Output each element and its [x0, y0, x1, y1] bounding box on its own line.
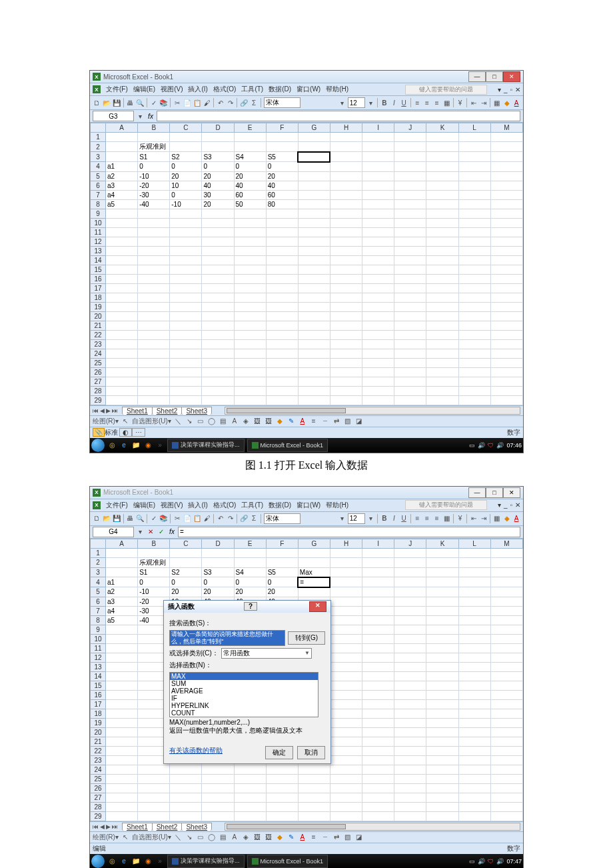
cell-M2[interactable] [490, 142, 522, 152]
cell-L15[interactable] [458, 265, 490, 274]
cell-K3[interactable] [426, 567, 458, 577]
quicklaunch-icon-1[interactable]: ◎ [107, 441, 117, 450]
picture-icon[interactable]: 🖼 [264, 833, 273, 842]
cell-A22[interactable] [106, 746, 138, 755]
cell-E3[interactable]: S4 [234, 152, 266, 162]
print-icon[interactable]: 🖶 [126, 98, 134, 107]
cell-H27[interactable] [330, 377, 362, 386]
cell-K21[interactable] [426, 737, 458, 746]
cell-G24[interactable] [298, 349, 330, 358]
cell-B2[interactable]: 乐观准则 [138, 142, 170, 152]
size-dropdown-icon[interactable]: ▾ [367, 98, 375, 107]
col-header-I[interactable]: I [362, 539, 394, 548]
cell-K29[interactable] [426, 811, 458, 821]
cell-K11[interactable] [426, 643, 458, 653]
row-header-25[interactable]: 25 [91, 358, 106, 367]
cell-B7[interactable]: -30 [138, 190, 170, 199]
cut-icon[interactable]: ✂ [173, 514, 181, 523]
cell-I6[interactable] [362, 597, 394, 606]
cell-E15[interactable] [234, 265, 266, 274]
cell-M4[interactable] [490, 162, 522, 172]
cell-G12[interactable] [298, 237, 330, 246]
cell-B4[interactable]: 0 [138, 577, 170, 587]
cell-G9[interactable] [298, 209, 330, 218]
quicklaunch-icon-1[interactable]: ◎ [107, 857, 117, 866]
row-header-10[interactable]: 10 [91, 634, 106, 643]
cell-J25[interactable] [394, 358, 426, 367]
tab-prev-icon[interactable]: ◀ [100, 823, 105, 830]
doc-restore-icon[interactable]: ▫ [510, 86, 512, 93]
cell-D11[interactable] [202, 227, 234, 237]
cell-G27[interactable] [298, 793, 330, 802]
font-color-draw-icon[interactable]: A [298, 833, 307, 842]
cell-K18[interactable] [426, 709, 458, 718]
cell-B20[interactable] [138, 311, 170, 321]
cell-J2[interactable] [394, 557, 426, 567]
cell-J16[interactable] [394, 274, 426, 283]
cell-I21[interactable] [362, 737, 394, 746]
cancel-formula-icon[interactable]: ✕ [146, 527, 155, 537]
cell-A3[interactable] [106, 567, 138, 577]
cell-E24[interactable] [234, 349, 266, 358]
research-icon[interactable]: 📚 [159, 514, 167, 523]
cell-H3[interactable] [330, 152, 362, 162]
cell-C5[interactable]: 20 [170, 171, 202, 181]
increase-indent-icon[interactable]: ⇥ [480, 98, 488, 107]
cell-H14[interactable] [330, 255, 362, 265]
underline-icon[interactable]: U [400, 98, 408, 107]
col-header-B[interactable]: B [138, 539, 170, 548]
cell-G23[interactable] [298, 339, 330, 349]
cell-M17[interactable] [490, 699, 522, 709]
cell-K21[interactable] [426, 321, 458, 330]
cell-B25[interactable] [138, 774, 170, 783]
cell-A17[interactable] [106, 283, 138, 293]
cell-K2[interactable] [426, 557, 458, 567]
cell-D5[interactable]: 20 [202, 171, 234, 181]
underline-icon[interactable]: U [400, 514, 408, 523]
cell-H19[interactable] [330, 302, 362, 311]
cell-C3[interactable]: S2 [170, 567, 202, 577]
cell-K29[interactable] [426, 395, 458, 405]
cell-G10[interactable] [298, 218, 330, 227]
tab-last-icon[interactable]: ⏭ [112, 823, 118, 830]
cell-A20[interactable] [106, 311, 138, 321]
cell-M18[interactable] [490, 293, 522, 302]
function-option-sin[interactable]: SIN [170, 717, 318, 717]
clock[interactable]: 07:47 [506, 858, 522, 865]
currency-icon[interactable]: ¥ [456, 98, 464, 107]
cell-J25[interactable] [394, 774, 426, 783]
cell-M28[interactable] [490, 386, 522, 395]
new-icon[interactable]: 🗋 [93, 98, 101, 107]
cell-G25[interactable] [298, 358, 330, 367]
cell-C23[interactable] [170, 339, 202, 349]
cell-M14[interactable] [490, 671, 522, 681]
cell-C6[interactable]: 10 [170, 181, 202, 190]
cell-E29[interactable] [234, 395, 266, 405]
tab-next-icon[interactable]: ▶ [106, 823, 111, 830]
cell-H7[interactable] [330, 606, 362, 615]
cell-A26[interactable] [106, 783, 138, 793]
search-function-input[interactable]: 请输入一条简短的说明来描述您想做什么，然后单击"转到" [169, 630, 285, 646]
line-icon[interactable]: ＼ [173, 833, 183, 842]
col-header-L[interactable]: L [458, 123, 490, 133]
cell-M26[interactable] [490, 367, 522, 377]
cell-E18[interactable] [234, 293, 266, 302]
cell-I24[interactable] [362, 349, 394, 358]
row-header-29[interactable]: 29 [91, 395, 106, 405]
cell-D20[interactable] [202, 311, 234, 321]
cell-A8[interactable]: a5 [106, 199, 138, 209]
cell-K3[interactable] [426, 152, 458, 162]
autoshapes-menu[interactable]: 自选图形(U)▾ [132, 833, 171, 842]
cell-A14[interactable] [106, 255, 138, 265]
cell-B29[interactable] [138, 395, 170, 405]
col-header-F[interactable]: F [266, 539, 298, 548]
cell-B24[interactable] [138, 349, 170, 358]
cell-C8[interactable]: -10 [170, 199, 202, 209]
cell-D28[interactable] [202, 802, 234, 811]
cell-A20[interactable] [106, 727, 138, 737]
task-item-word[interactable]: 决策学课程实验指导... [167, 855, 245, 868]
cell-G2[interactable] [298, 557, 330, 567]
cell-M7[interactable] [490, 190, 522, 199]
cell-J11[interactable] [394, 227, 426, 237]
cell-H8[interactable] [330, 199, 362, 209]
